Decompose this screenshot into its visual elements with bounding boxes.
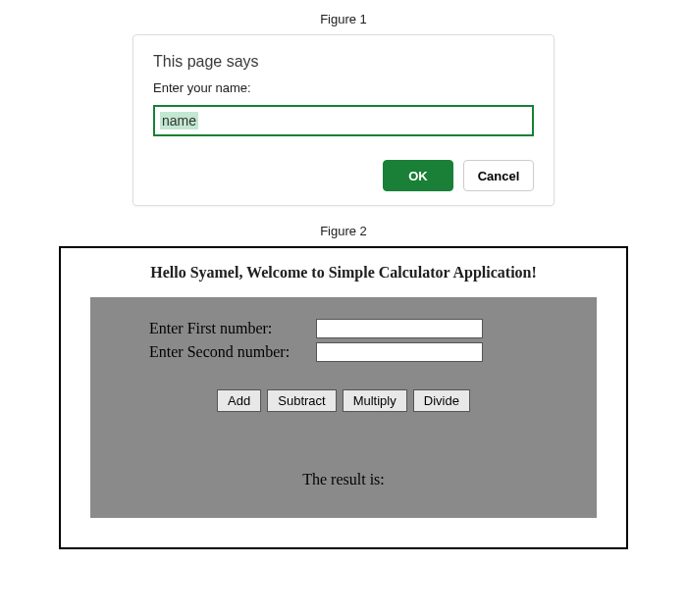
calculator-frame: Hello Syamel, Welcome to Simple Calculat… — [59, 246, 628, 549]
name-input-value: name — [160, 112, 198, 129]
name-input[interactable]: name — [153, 105, 534, 136]
calculator-panel: Enter First number: Enter Second number:… — [90, 297, 597, 518]
figure-2-label: Figure 2 — [0, 224, 687, 238]
ok-button[interactable]: OK — [383, 160, 453, 191]
second-number-row: Enter Second number: — [110, 342, 577, 362]
multiply-button[interactable]: Multiply — [343, 389, 407, 412]
cancel-button[interactable]: Cancel — [463, 160, 534, 191]
welcome-heading: Hello Syamel, Welcome to Simple Calculat… — [90, 264, 597, 282]
second-number-label: Enter Second number: — [110, 343, 316, 361]
operations-row: Add Subtract Multiply Divide — [110, 389, 577, 412]
dialog-title: This page says — [153, 53, 534, 71]
figure-1-label: Figure 1 — [0, 12, 687, 26]
first-number-input[interactable] — [316, 319, 483, 338]
second-number-input[interactable] — [316, 342, 483, 362]
add-button[interactable]: Add — [217, 389, 261, 412]
result-label: The result is: — [110, 471, 577, 488]
dialog-button-row: OK Cancel — [153, 160, 534, 191]
first-number-row: Enter First number: — [110, 319, 577, 338]
first-number-label: Enter First number: — [110, 320, 316, 337]
divide-button[interactable]: Divide — [413, 389, 470, 412]
subtract-button[interactable]: Subtract — [267, 389, 336, 412]
dialog-prompt-text: Enter your name: — [153, 80, 534, 95]
prompt-dialog: This page says Enter your name: name OK … — [132, 34, 555, 206]
